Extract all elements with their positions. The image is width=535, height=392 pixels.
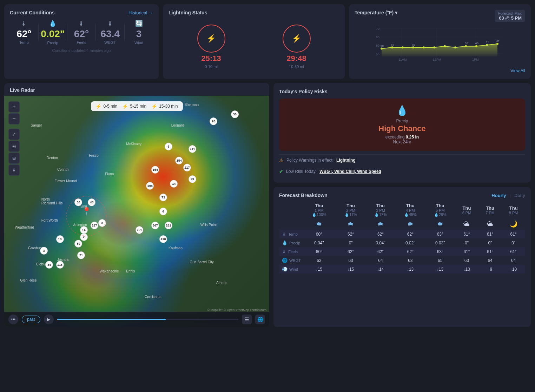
forecast-icons-row: 🌧 🌧 🌧 🌧 🌧 🌥 🌥 🌙 <box>279 218 525 230</box>
precip-risk-level: High Chance <box>285 124 519 133</box>
precip-h3: 0.04" <box>366 238 396 247</box>
city-plano: Plano <box>105 172 114 176</box>
forecast-max-label: Forecast Max <box>498 11 522 15</box>
wind-item: 🔄 3 Wind <box>125 20 153 45</box>
badge-327: 327 <box>91 222 98 229</box>
svg-point-14 <box>402 46 404 48</box>
legend-bolt-orange: ⚡ <box>95 103 101 109</box>
radar-map[interactable]: Gainesville Sherman Leonard Denton Sange… <box>4 96 269 327</box>
layers-btn[interactable]: ☰ <box>242 315 252 324</box>
feels-h7: 61° <box>478 247 502 256</box>
lightning-far: ⚡ 29:48 10-30 mi <box>283 25 311 69</box>
precip-item: 💧 0.02" Precip <box>39 20 67 45</box>
badge-36: 36 <box>74 198 82 206</box>
radar-footer: ••• past ▶ ☰ 🌐 <box>4 312 269 327</box>
svg-text:70: 70 <box>376 27 379 31</box>
icon-7: 🌥 <box>478 218 502 230</box>
temp-h7: 61° <box>478 230 502 238</box>
forecast-temp-row: 🌡 Temp 60° 62° 62° 62° 63° 61° 61° 61 <box>279 230 525 238</box>
wbgt-h8: 64 <box>502 256 525 265</box>
policy-risks-card: Today's Policy Risks 💧 Precip High Chanc… <box>273 83 531 183</box>
svg-point-16 <box>423 46 425 48</box>
menu-btn[interactable]: ••• <box>8 315 18 324</box>
city-athens: Athens <box>216 281 227 285</box>
icon-8: 🌙 <box>502 218 525 230</box>
forecast-col-7: Thu 7 PM <box>478 202 502 218</box>
city-frisco: Frisco <box>89 154 99 157</box>
city-denton: Denton <box>47 156 58 160</box>
svg-text:59: 59 <box>391 43 394 46</box>
forecast-card: Forecast Breakdown Hourly | Daily Thu <box>273 187 531 327</box>
zoom-in-btn[interactable]: + <box>8 101 20 113</box>
precip-desc-prefix: exceeding <box>385 135 405 140</box>
forecast-col-1: Thu 1 PM 💧100% <box>302 202 336 218</box>
temp-toggle-btn[interactable]: 🌡 <box>8 164 20 176</box>
city-flower-mound: Flower Mound <box>54 179 77 183</box>
ok-link[interactable]: WBGT, Wind Chill, Wind Speed <box>319 169 381 174</box>
feels-label: Feels <box>67 40 96 45</box>
badge-116: 116 <box>56 261 64 269</box>
city-fortworth: Fort Worth <box>41 218 58 222</box>
lightning-card: Lightning Status ⚡ 25:13 0-10 mi ⚡ 29:48… <box>163 4 345 79</box>
current-conditions-title: Current Conditions <box>10 10 55 15</box>
radar-progress-fill <box>57 319 166 320</box>
temperature-chart: 70 65 60 55 <box>355 25 525 67</box>
globe-btn[interactable]: 🌐 <box>255 315 265 324</box>
location-btn[interactable]: ◎ <box>8 141 20 152</box>
temp-h6: 61° <box>455 230 478 238</box>
badge-3b: 3 <box>40 247 48 255</box>
temp-icon: 🌡 <box>10 20 38 27</box>
view-all-link[interactable]: View All <box>510 68 525 73</box>
policy-risk-box: 💧 Precip High Chance exceeding 0.25 in N… <box>279 99 525 151</box>
lightning-range-near: 0-10 mi <box>197 65 225 69</box>
ruler-btn[interactable]: ⊟ <box>8 153 20 164</box>
badge-251: 251 <box>136 226 143 234</box>
play-btn[interactable]: ▶ <box>44 315 54 324</box>
tab-daily[interactable]: Daily <box>514 193 525 198</box>
badge-410: 410 <box>159 235 167 243</box>
wbgt-h6: 63 <box>455 256 478 265</box>
wbgt-value: 63.4 <box>96 29 124 40</box>
current-conditions-card: Current Conditions Historical → 🌡 62° Te… <box>4 4 159 79</box>
forecast-feels-row: 🌡 Feels 60° 62° 62° 62° 63° 61° 61° 6 <box>279 247 525 256</box>
forecast-col-5: Thu 5 PM 💧28% <box>425 202 455 218</box>
feels-value: 62° <box>67 29 96 40</box>
precip-h6: 0" <box>455 238 478 247</box>
svg-point-19 <box>454 46 456 48</box>
radar-progress-bar[interactable] <box>57 319 238 320</box>
precip-h2: 0" <box>336 238 366 247</box>
legend-label-15-30: 15-30 min <box>159 104 178 109</box>
wind-value: 3 <box>125 29 153 40</box>
badge-35: 35 <box>231 110 239 118</box>
feels-h4: 62° <box>395 247 425 256</box>
precip-value: 0.02" <box>39 29 67 40</box>
feels-h3: 62° <box>366 247 396 256</box>
ok-prefix: Low Risk Today: <box>286 169 317 174</box>
wbgt-row-label: 🌐 WBGT <box>279 256 302 265</box>
tab-hourly[interactable]: Hourly <box>491 193 506 198</box>
lightning-range-far: 10-30 mi <box>283 65 311 69</box>
icon-5: 🌧 <box>425 218 455 230</box>
feels-icon: 🌡 <box>67 20 96 27</box>
map-background <box>4 96 269 327</box>
fullscreen-btn[interactable]: ⤢ <box>8 129 20 140</box>
precip-label: Precip <box>39 41 67 45</box>
warning-link[interactable]: Lightning <box>336 158 356 163</box>
temp-h8: 61° <box>502 230 525 238</box>
forecast-wind-row: 💨 Wind ↓15 ↓15 ↓14 ↓13 ↓13 ↓10 ↑9 ↑10 <box>279 265 525 273</box>
precip-row-label: 💧 Precip <box>279 238 302 247</box>
lightning-time-far: 29:48 <box>283 54 311 63</box>
wind-h5: ↓13 <box>425 265 455 273</box>
badge-99: 99 <box>189 175 196 183</box>
historical-link[interactable]: Historical → <box>128 10 153 15</box>
wind-h7: ↑9 <box>478 265 502 273</box>
zoom-out-btn[interactable]: − <box>8 113 20 124</box>
forecast-title: Forecast Breakdown <box>279 192 328 198</box>
lightning-time-near: 25:13 <box>197 54 225 63</box>
badge-164: 164 <box>151 166 159 174</box>
radar-title: Live Radar <box>4 83 269 96</box>
svg-text:55: 55 <box>376 52 379 56</box>
precip-h1: 0.04" <box>302 238 336 247</box>
lightning-bolt-near: ⚡ <box>206 34 216 43</box>
forecast-col-2: Thu 2 PM 💧17% <box>336 202 366 218</box>
